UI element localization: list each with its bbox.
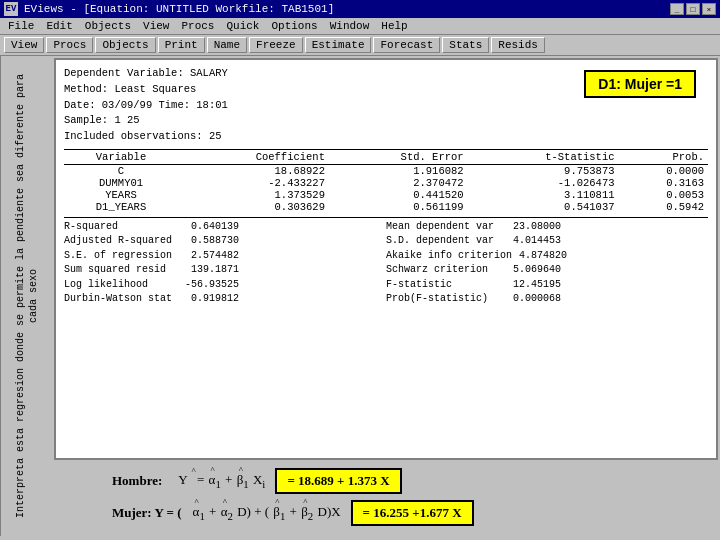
main-content: Interpreta esta regresion donde se permi…: [0, 56, 720, 536]
stats-label: Log likelihood: [64, 278, 184, 293]
table-row: C18.689221.9160829.7538730.0000: [64, 164, 708, 177]
table-cell: -2.433227: [178, 177, 329, 189]
stats-area: Dependent Variable: SALARY Method: Least…: [56, 60, 716, 311]
menu-item-quick[interactable]: Quick: [220, 19, 265, 33]
table-cell: 18.68922: [178, 164, 329, 177]
stats-label: Akaike info criterion: [386, 249, 512, 264]
table-cell: 0.561199: [329, 201, 468, 213]
minimize-button[interactable]: _: [670, 3, 684, 15]
hombre-label: Hombre:: [112, 473, 162, 489]
menu-item-options[interactable]: Options: [265, 19, 323, 33]
table-cell: DUMMY01: [64, 177, 178, 189]
table-cell: 0.303629: [178, 201, 329, 213]
stats-value: 4.014453: [506, 234, 561, 249]
table-cell: 2.370472: [329, 177, 468, 189]
table-cell: 1.373529: [178, 189, 329, 201]
stats-label: Sum squared resid: [64, 263, 184, 278]
stats-row: Mean dependent var23.08000: [386, 220, 708, 235]
hombre-formula: Y ^ = α1 ^ + β1 ^ Xi: [172, 472, 265, 490]
stats-row: F-statistic12.45195: [386, 278, 708, 293]
stats-value: -56.93525: [184, 278, 239, 293]
toolbar-btn-estimate[interactable]: Estimate: [305, 37, 372, 53]
mujer-result: = 16.255 +1.677 X: [351, 500, 474, 526]
menu-item-view[interactable]: View: [137, 19, 175, 33]
col-prob: Prob.: [619, 149, 708, 164]
table-row: D1_YEARS0.3036290.5611990.5410370.5942: [64, 201, 708, 213]
menu-bar: FileEditObjectsViewProcsQuickOptionsWind…: [0, 18, 720, 35]
table-cell: C: [64, 164, 178, 177]
stats-value: 0.000068: [506, 292, 561, 307]
stats-label: Durbin-Watson stat: [64, 292, 184, 307]
sample: Sample: 1 25: [64, 113, 708, 129]
stats-value: 12.45195: [506, 278, 561, 293]
regression-table: Variable Coefficient Std. Error t-Statis…: [64, 149, 708, 213]
stats-row: Log likelihood-56.93525: [64, 278, 386, 293]
maximize-button[interactable]: □: [686, 3, 700, 15]
stats-value: 23.08000: [506, 220, 561, 235]
stats-row: R-squared0.640139: [64, 220, 386, 235]
title-bar: EV EViews - [Equation: UNTITLED Workfile…: [0, 0, 720, 18]
table-cell: 0.3163: [619, 177, 708, 189]
toolbar-btn-forecast[interactable]: Forecast: [373, 37, 440, 53]
stats-label: Mean dependent var: [386, 220, 506, 235]
stats-value: 2.574482: [184, 249, 239, 264]
stats-label: F-statistic: [386, 278, 506, 293]
menu-item-window[interactable]: Window: [324, 19, 376, 33]
table-cell: 0.0053: [619, 189, 708, 201]
stats-row: Adjusted R-squared0.588730: [64, 234, 386, 249]
stats-label: R-squared: [64, 220, 184, 235]
stats-value: 5.069640: [506, 263, 561, 278]
sidebar-label: Interpreta esta regresion donde se permi…: [0, 56, 52, 536]
stats-value: 139.1871: [184, 263, 239, 278]
toolbar-btn-view[interactable]: View: [4, 37, 44, 53]
mujer-formula: α1 ^ + α2 ^ D) + ( β1 ^ + β2: [192, 504, 341, 522]
stats-label: S.D. dependent var: [386, 234, 506, 249]
toolbar-btn-resids[interactable]: Resids: [491, 37, 545, 53]
stats-label: Adjusted R-squared: [64, 234, 184, 249]
menu-item-objects[interactable]: Objects: [79, 19, 137, 33]
table-row: DUMMY01-2.4332272.370472-1.0264730.3163: [64, 177, 708, 189]
stats-row: Akaike info criterion4.874820: [386, 249, 708, 264]
menu-item-edit[interactable]: Edit: [40, 19, 78, 33]
table-cell: 1.916082: [329, 164, 468, 177]
stats-left: R-squared0.640139Adjusted R-squared0.588…: [64, 220, 386, 307]
toolbar-btn-procs[interactable]: Procs: [46, 37, 93, 53]
stats-value: 0.640139: [184, 220, 239, 235]
stats-row: S.D. dependent var4.014453: [386, 234, 708, 249]
toolbar-btn-print[interactable]: Print: [158, 37, 205, 53]
formula-mujer: Mujer: Y = ( α1 ^ + α2 ^ D) + ( β1 ^: [112, 500, 712, 526]
stats-row: Durbin-Watson stat0.919812: [64, 292, 386, 307]
stats-label: Prob(F-statistic): [386, 292, 506, 307]
col-coefficient: Coefficient: [178, 149, 329, 164]
table-cell: 9.753873: [468, 164, 619, 177]
toolbar: ViewProcsObjectsPrintNameFreezeEstimateF…: [0, 35, 720, 56]
toolbar-btn-name[interactable]: Name: [207, 37, 247, 53]
col-variable: Variable: [64, 149, 178, 164]
table-row: YEARS1.3735290.4415203.1108110.0053: [64, 189, 708, 201]
toolbar-btn-stats[interactable]: Stats: [442, 37, 489, 53]
table-cell: -1.026473: [468, 177, 619, 189]
formula-hombre: Hombre: Y ^ = α1 ^ + β1 ^: [112, 468, 712, 494]
menu-item-help[interactable]: Help: [375, 19, 413, 33]
stats-row: S.E. of regression2.574482: [64, 249, 386, 264]
formulas-section: Hombre: Y ^ = α1 ^ + β1 ^: [52, 462, 720, 536]
hombre-result: = 18.689 + 1.373 X: [275, 468, 401, 494]
stats-value: 0.588730: [184, 234, 239, 249]
table-cell: YEARS: [64, 189, 178, 201]
stats-row: Schwarz criterion5.069640: [386, 263, 708, 278]
menu-item-file[interactable]: File: [2, 19, 40, 33]
table-cell: 0.541037: [468, 201, 619, 213]
toolbar-btn-objects[interactable]: Objects: [95, 37, 155, 53]
menu-item-procs[interactable]: Procs: [175, 19, 220, 33]
date-time: Date: 03/09/99 Time: 18:01: [64, 98, 708, 114]
app-icon: EV: [4, 2, 18, 16]
stats-label: S.E. of regression: [64, 249, 184, 264]
close-button[interactable]: ×: [702, 3, 716, 15]
stats-value: 4.874820: [512, 249, 567, 264]
toolbar-btn-freeze[interactable]: Freeze: [249, 37, 303, 53]
table-cell: 0.5942: [619, 201, 708, 213]
table-cell: 0.0000: [619, 164, 708, 177]
table-cell: 3.110811: [468, 189, 619, 201]
mujer-label: Mujer: Y = (: [112, 505, 182, 521]
window-title: EViews - [Equation: UNTITLED Workfile: T…: [24, 3, 664, 15]
